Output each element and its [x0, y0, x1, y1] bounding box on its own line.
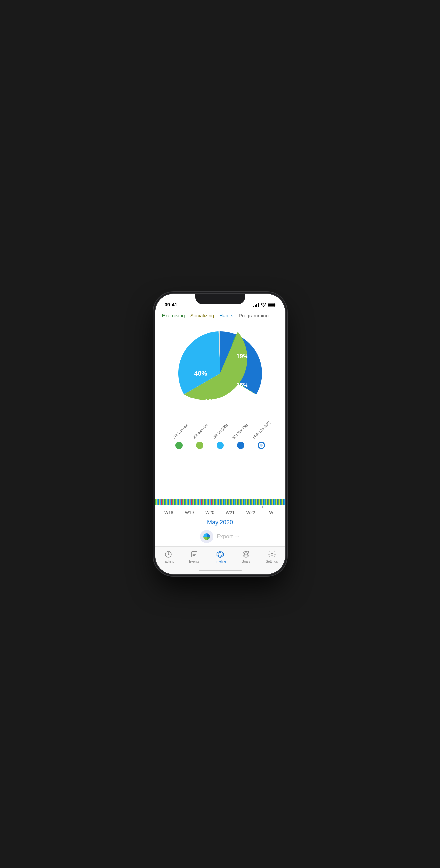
- tab-programming[interactable]: Programming: [237, 311, 270, 320]
- timeline-colors: [155, 499, 285, 505]
- tab-tracking[interactable]: Tracking: [155, 550, 181, 563]
- tab-settings[interactable]: Settings: [259, 550, 285, 563]
- pie-icon: [203, 532, 210, 540]
- timeline-strip: [155, 499, 285, 505]
- week-labels: W18 W19 W20 W21 W22 W: [155, 508, 285, 516]
- pie-label-15: 15%: [205, 398, 216, 405]
- tab-timeline-label: Timeline: [214, 560, 226, 563]
- category-tabs: Exercising Socializing Habits Programmin…: [155, 310, 285, 320]
- tab-events[interactable]: Events: [181, 550, 207, 563]
- legend-dot-4: [237, 442, 244, 449]
- week-w22: W22: [240, 510, 261, 515]
- status-time: 09:41: [165, 302, 177, 307]
- export-row[interactable]: Export →: [155, 528, 285, 547]
- week-w18: W18: [159, 510, 179, 515]
- tracking-icon: [164, 550, 173, 559]
- signal-bars-icon: [253, 303, 259, 307]
- legend-label-5: 144h 12m (305): [252, 421, 271, 440]
- legend-label-3: 22h 5m (125): [212, 423, 229, 440]
- tab-goals[interactable]: Goals: [233, 550, 259, 563]
- chart-area: 40% 19% 25% 15% 27h 52m (40) 36h 40m (54…: [155, 320, 285, 499]
- status-icons: [253, 303, 275, 307]
- svg-rect-1: [268, 304, 274, 306]
- month-label: May 2020: [155, 516, 285, 528]
- svg-marker-13: [218, 553, 222, 557]
- battery-icon: [268, 303, 275, 307]
- tab-goals-label: Goals: [241, 560, 250, 563]
- week-w20: W20: [200, 510, 220, 515]
- week-w21: W21: [220, 510, 241, 515]
- svg-point-17: [271, 553, 273, 555]
- legend-dot-5: [258, 442, 265, 449]
- export-button[interactable]: Export →: [216, 533, 240, 540]
- pie-label-40: 40%: [194, 370, 207, 377]
- home-indicator: [199, 570, 242, 571]
- notch: [195, 294, 245, 304]
- tab-timeline[interactable]: Timeline: [207, 550, 233, 563]
- legend-dot-2: [196, 442, 203, 449]
- tab-habits[interactable]: Habits: [218, 311, 235, 320]
- phone-frame: 09:41: [155, 294, 285, 574]
- timeline-icon: [216, 550, 225, 559]
- pie-chart: 40% 19% 25% 15%: [174, 327, 267, 420]
- svg-line-7: [168, 554, 170, 555]
- tab-settings-label: Settings: [266, 560, 277, 563]
- pie-chart-svg: 40% 19% 25% 15%: [174, 327, 267, 420]
- legend-dot-1: [175, 442, 183, 449]
- export-pie-icon: [200, 530, 213, 543]
- pie-label-25: 25%: [236, 382, 248, 389]
- goals-icon: [242, 550, 251, 559]
- wifi-icon: [261, 303, 266, 307]
- legend-label-2: 36h 40m (54): [192, 423, 209, 440]
- tab-exercising[interactable]: Exercising: [161, 311, 186, 320]
- tab-socializing[interactable]: Socializing: [189, 311, 215, 320]
- legend-area: 27h 52m (40) 36h 40m (54) 22h 5m (125) 5…: [155, 422, 285, 455]
- week-w23: W: [261, 510, 282, 515]
- legend-label-1: 27h 52m (40): [172, 423, 188, 440]
- svg-rect-2: [275, 304, 275, 306]
- svg-point-16: [245, 554, 246, 555]
- events-icon: [190, 550, 199, 559]
- legend-dot-3: [216, 442, 224, 449]
- tab-tracking-label: Tracking: [162, 560, 175, 563]
- tab-events-label: Events: [189, 560, 199, 563]
- settings-icon: [268, 550, 276, 559]
- week-w19: W19: [179, 510, 200, 515]
- phone-screen: 09:41: [155, 294, 285, 574]
- legend-label-4: 57h 33m (86): [232, 423, 248, 440]
- pie-label-19: 19%: [236, 353, 248, 360]
